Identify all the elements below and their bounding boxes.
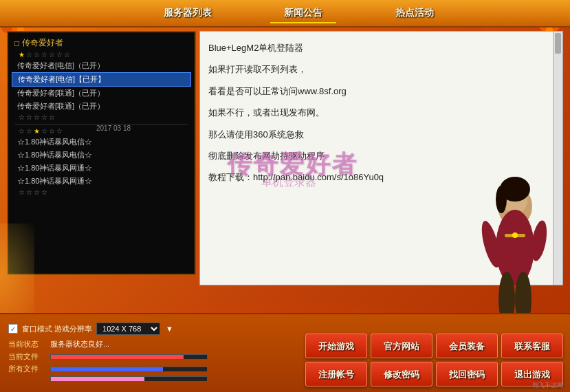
svg-point-22 xyxy=(496,186,507,213)
all-files-fill xyxy=(51,367,163,371)
change-pwd-button[interactable]: 修改密码 xyxy=(371,362,432,386)
all-files-progress xyxy=(50,367,208,372)
server-item-7[interactable]: ☆1.80神话暴风网通☆ xyxy=(12,175,191,188)
action-buttons: 开始游戏 官方网站 会员装备 联系客服 注册帐号 修改密码 找回密码 退出游戏 xyxy=(305,334,563,386)
server-item-0[interactable]: 传奇爱好者[电信]（已开） xyxy=(12,59,191,72)
stars-decoration-1: ★☆ ☆☆ ☆☆ ☆ xyxy=(12,50,191,59)
server-group-header: □ 传奇爱好者 xyxy=(12,36,191,50)
official-site-button[interactable]: 官方网站 xyxy=(371,334,432,358)
current-status-row: 当前状态 服务器状态良好... xyxy=(8,339,208,349)
resolution-select[interactable]: 1024 X 768 800 X 600 1280 X 720 1920 X 1… xyxy=(96,323,160,335)
tab-server-list[interactable]: 服务器列表 xyxy=(150,4,226,22)
news-line-2: 如果打开读取不到列表， xyxy=(208,61,549,77)
current-file-row: 当前文件 xyxy=(8,351,208,362)
svg-point-29 xyxy=(512,232,518,238)
svg-point-23 xyxy=(496,210,534,285)
current-status-label: 当前状态 xyxy=(8,339,46,349)
extra-fill xyxy=(51,377,144,381)
server-panel: □ 传奇爱好者 ★☆ ☆☆ ☆☆ ☆ 传奇爱好者[电信]（已开） 传奇爱好者[电… xyxy=(7,31,196,275)
recover-pwd-button[interactable]: 找回密码 xyxy=(436,362,498,386)
tab-hot-events[interactable]: 热点活动 xyxy=(382,4,448,22)
server-item-6[interactable]: ☆1.80神话暴风网通☆ xyxy=(12,162,191,175)
current-status-value: 服务器状态良好... xyxy=(50,339,109,349)
news-line-5: 那么请使用360系统急救 xyxy=(208,127,549,142)
current-file-progress xyxy=(50,354,208,360)
extra-progress-row xyxy=(8,376,208,382)
contact-cs-button[interactable]: 联系客服 xyxy=(501,334,563,358)
current-file-label: 当前文件 xyxy=(8,351,46,362)
news-line-3: 看看是否可以正常访问www.8sf.org xyxy=(208,83,549,99)
tab-news[interactable]: 新闻公告 xyxy=(270,4,336,22)
stars-decoration-2: ☆☆ ☆☆ ☆ xyxy=(12,113,191,122)
server-item-4[interactable]: ☆1.80神话暴风电信☆ xyxy=(12,135,191,149)
news-line-1: Blue+LegM2单机登陆器 xyxy=(208,40,549,56)
top-header: 服务器列表 新闻公告 热点活动 xyxy=(0,0,570,28)
news-line-6: 彻底删除发布网劫持驱动程序 xyxy=(208,148,549,164)
news-scroll-thumb[interactable] xyxy=(555,33,561,54)
current-file-fill xyxy=(51,355,184,359)
bottom-area: ✓ 窗口模式 游戏分辨率 1024 X 768 800 X 600 1280 X… xyxy=(0,313,570,392)
server-item-3[interactable]: 传奇爱好者[联通]（已开） xyxy=(12,100,191,113)
news-line-4: 如果不行，或者出现发布网。 xyxy=(208,105,549,120)
date-stamp: 2017 03 18 xyxy=(96,124,131,132)
server-item-1[interactable]: 传奇爱好者[电信]【已开】 xyxy=(12,72,191,87)
all-files-label: 所有文件 xyxy=(8,364,46,374)
stars-decoration-4: ☆☆ ☆☆ xyxy=(12,188,191,197)
all-files-row: 所有文件 xyxy=(8,364,208,374)
register-button[interactable]: 注册帐号 xyxy=(305,362,367,386)
character-right xyxy=(460,165,570,337)
footer-text: 翱飞手游网 xyxy=(532,381,563,390)
start-game-button[interactable]: 开始游戏 xyxy=(305,334,367,358)
window-mode-label: 窗口模式 游戏分辨率 xyxy=(22,324,92,334)
server-item-5[interactable]: ☆1.80神话暴风电信☆ xyxy=(12,149,191,162)
server-item-2[interactable]: 传奇爱好者[联通]（已开） xyxy=(12,87,191,100)
vip-equip-button[interactable]: 会员装备 xyxy=(436,334,498,358)
window-mode-checkbox[interactable]: ✓ xyxy=(8,324,18,334)
status-section: ✓ 窗口模式 游戏分辨率 1024 X 768 800 X 600 1280 X… xyxy=(8,323,208,384)
server-list-scroll[interactable]: □ 传奇爱好者 ★☆ ☆☆ ☆☆ ☆ 传奇爱好者[电信]（已开） 传奇爱好者[电… xyxy=(8,32,195,274)
checkbox-row: ✓ 窗口模式 游戏分辨率 1024 X 768 800 X 600 1280 X… xyxy=(8,323,208,335)
extra-progress xyxy=(50,376,208,382)
